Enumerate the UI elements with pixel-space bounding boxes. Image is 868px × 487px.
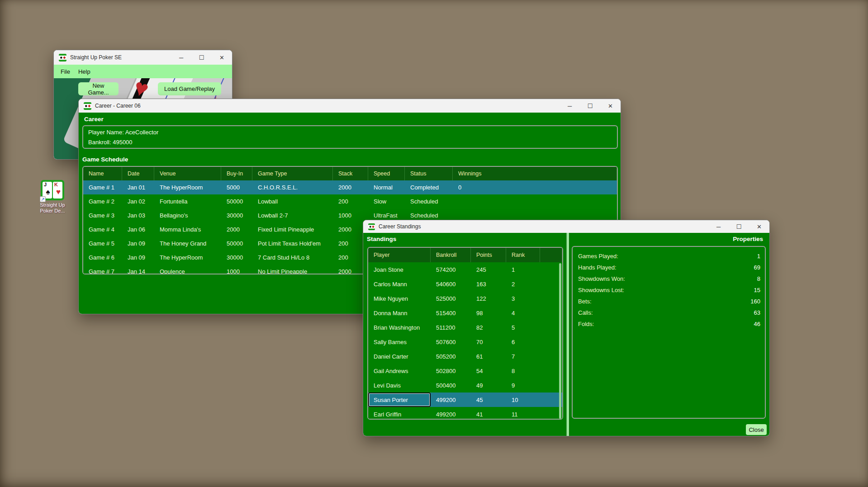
- standings-row-cell: 10: [506, 392, 540, 407]
- maximize-button[interactable]: ☐: [191, 50, 212, 65]
- schedule-row-cell: Game # 6: [83, 251, 122, 265]
- schedule-header-row: NameDateVenueBuy-InGame TypeStackSpeedSt…: [83, 167, 617, 180]
- maximize-button[interactable]: ☐: [580, 99, 600, 113]
- property-value: 46: [754, 321, 760, 327]
- launcher-window-title: Straight Up Poker SE: [70, 54, 122, 61]
- schedule-row-cell: The HyperRoom: [154, 251, 221, 265]
- column-header-venue[interactable]: Venue: [154, 167, 221, 180]
- standings-row[interactable]: Susan Porter4992004510: [368, 392, 562, 407]
- standings-row-cell: 70: [471, 335, 506, 349]
- standings-row-cell: 98: [471, 306, 506, 320]
- column-header-winnings[interactable]: Winnings: [453, 167, 617, 180]
- spade-icon: ♠: [44, 188, 52, 196]
- standings-row-cell: 5: [506, 320, 540, 335]
- standings-row-cell: 9: [506, 378, 540, 392]
- standings-row-cell: 505200: [431, 349, 471, 364]
- column-header-player[interactable]: Player: [368, 248, 431, 262]
- standings-window-title: Career Standings: [379, 223, 421, 230]
- menu-help[interactable]: Help: [74, 66, 95, 77]
- standings-table[interactable]: PlayerBankrollPointsRank Joan Stone57420…: [367, 247, 563, 420]
- property-label: Hands Played:: [578, 264, 617, 271]
- standings-row[interactable]: Sally Barnes507600706: [368, 335, 562, 349]
- standings-row-cell: 7: [506, 349, 540, 364]
- column-header-game-type[interactable]: Game Type: [252, 167, 333, 180]
- load-game-replay-button[interactable]: Load Game/Replay: [158, 82, 221, 95]
- schedule-row-cell: 1000: [221, 265, 252, 274]
- column-header-points[interactable]: Points: [471, 248, 506, 262]
- standings-row[interactable]: Mike Nguyen5250001223: [368, 291, 562, 306]
- schedule-row-cell: 0: [453, 180, 617, 194]
- career-titlebar[interactable]: Career - Career 06 ─ ☐ ✕: [79, 99, 621, 113]
- column-header-filler[interactable]: [540, 248, 562, 262]
- column-header-buy-in[interactable]: Buy-In: [221, 167, 252, 180]
- minimize-button[interactable]: ─: [708, 220, 729, 233]
- standings-row[interactable]: Earl Griffin4992004111: [368, 407, 562, 420]
- schedule-row-cell: Game # 5: [83, 236, 122, 251]
- schedule-row-cell: Game # 4: [83, 222, 122, 236]
- schedule-row-cell: [453, 194, 617, 208]
- schedule-row-cell: Jan 09: [122, 236, 154, 251]
- schedule-row[interactable]: Game # 2Jan 02Fortuntella50000Lowball200…: [83, 194, 617, 208]
- standings-row[interactable]: Carlos Mann5406001632: [368, 277, 562, 291]
- schedule-row-cell: Fixed Limit Pineapple: [252, 222, 333, 236]
- property-row: Games Played:1: [573, 251, 765, 262]
- standings-row-cell: Donna Mann: [368, 306, 431, 320]
- standings-row-cell: 502800: [431, 364, 471, 378]
- standings-row[interactable]: Donna Mann515400984: [368, 306, 562, 320]
- schedule-row-cell: Momma Linda's: [154, 222, 221, 236]
- launcher-titlebar[interactable]: Straight Up Poker SE ─ ☐ ✕: [54, 50, 232, 65]
- standings-row-cell: Mike Nguyen: [368, 291, 431, 306]
- minimize-button[interactable]: ─: [560, 99, 580, 113]
- close-button[interactable]: ✕: [600, 99, 621, 113]
- close-button[interactable]: ✕: [212, 50, 232, 65]
- standings-row-cell: 61: [471, 349, 506, 364]
- schedule-row-cell: 2000: [221, 222, 252, 236]
- standings-row[interactable]: Gail Andrews502800548: [368, 364, 562, 378]
- column-header-name[interactable]: Name: [83, 167, 122, 180]
- standings-row-cell: 515400: [431, 306, 471, 320]
- properties-box: Games Played:1Hands Played:69Showdowns W…: [572, 246, 766, 419]
- column-header-date[interactable]: Date: [122, 167, 154, 180]
- standings-header-row: PlayerBankrollPointsRank: [368, 248, 562, 262]
- schedule-row-cell: Normal: [368, 180, 405, 194]
- column-header-status[interactable]: Status: [405, 167, 453, 180]
- schedule-row-cell: C.H.O.R.S.E.L.: [252, 180, 333, 194]
- schedule-row-cell: 1000: [333, 208, 368, 222]
- schedule-row-cell: The HyperRoom: [154, 180, 221, 194]
- schedule-row-cell: Scheduled: [405, 194, 453, 208]
- minimize-button[interactable]: ─: [171, 50, 191, 65]
- desktop-shortcut-straight-up-poker[interactable]: J ♠ K ♥ ↗ Straight Up Poker De...: [36, 180, 69, 214]
- schedule-row-cell: Slow: [368, 194, 405, 208]
- standings-scrollbar[interactable]: [559, 263, 561, 419]
- close-button[interactable]: ✕: [749, 220, 769, 233]
- column-header-speed[interactable]: Speed: [368, 167, 405, 180]
- standings-row[interactable]: Brian Washington511200825: [368, 320, 562, 335]
- standings-row-cell: Earl Griffin: [368, 407, 431, 420]
- new-game-button[interactable]: New Game...: [78, 82, 119, 95]
- launcher-menubar: File Help: [54, 65, 232, 78]
- standings-row-cell: Carlos Mann: [368, 277, 431, 291]
- standings-row[interactable]: Joan Stone5742002451: [368, 262, 562, 277]
- standings-row[interactable]: Daniel Carter505200617: [368, 349, 562, 364]
- standings-titlebar[interactable]: Career Standings ─ ☐ ✕: [363, 220, 769, 233]
- property-value: 8: [757, 275, 760, 282]
- property-label: Folds:: [578, 321, 594, 327]
- column-header-rank[interactable]: Rank: [506, 248, 540, 262]
- property-row: Hands Played:69: [573, 262, 765, 273]
- property-label: Calls:: [578, 309, 593, 316]
- schedule-row-cell: Jan 09: [122, 251, 154, 265]
- menu-file[interactable]: File: [57, 66, 74, 77]
- close-dialog-button[interactable]: Close: [746, 424, 767, 435]
- pane-splitter[interactable]: [566, 233, 569, 436]
- standings-row-cell: 2: [506, 277, 540, 291]
- column-header-stack[interactable]: Stack: [333, 167, 368, 180]
- column-header-bankroll[interactable]: Bankroll: [431, 248, 471, 262]
- schedule-row-cell: Completed: [405, 180, 453, 194]
- schedule-row-cell: 50000: [221, 194, 252, 208]
- standings-row-cell: 500400: [431, 378, 471, 392]
- standings-row-cell: 54: [471, 364, 506, 378]
- property-row: Showdowns Won:8: [573, 273, 765, 284]
- schedule-row[interactable]: Game # 1Jan 01The HyperRoom5000C.H.O.R.S…: [83, 180, 617, 194]
- standings-row[interactable]: Levi Davis500400499: [368, 378, 562, 392]
- maximize-button[interactable]: ☐: [729, 220, 749, 233]
